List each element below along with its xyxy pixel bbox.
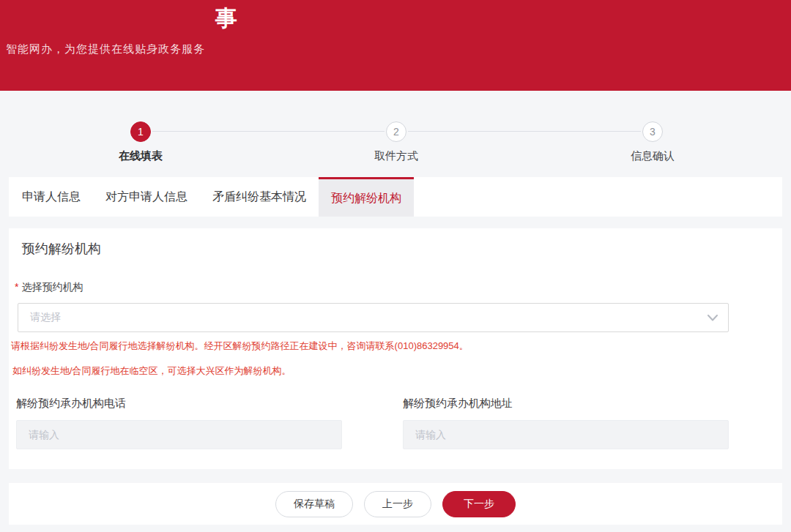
- required-asterisk: *: [15, 281, 18, 293]
- note-select-org: 请根据纠纷发生地/合同履行地选择解纷机构。经开区解纷预约路径正在建设中，咨询请联…: [11, 340, 469, 353]
- select-placeholder: 请选择: [30, 311, 708, 324]
- action-bar: 保存草稿 上一步 下一步: [9, 483, 782, 525]
- header-slogan: 智能网办，为您提供在线贴身政务服务: [6, 42, 205, 56]
- step-1-circle: 1: [130, 121, 151, 142]
- note-linkong-district: 如纠纷发生地/合同履行地在临空区，可选择大兴区作为解纷机构。: [12, 364, 291, 378]
- phone-label: 解纷预约承办机构电话: [16, 397, 126, 411]
- logo-glyph: 事: [215, 4, 237, 32]
- section-title: 预约解纷机构: [22, 240, 101, 258]
- address-label: 解纷预约承办机构地址: [403, 397, 513, 411]
- tab-counterparty-info[interactable]: 对方申请人信息: [93, 177, 200, 217]
- form-panel: 预约解纷机构 *选择预约机构 请选择 请根据纠纷发生地/合同履行地选择解纷机构。…: [9, 228, 782, 469]
- step-2-label: 取件方式: [374, 149, 418, 163]
- stepper: 1 2 3 在线填表 取件方式 信息确认: [0, 91, 791, 177]
- select-org-label-text: 选择预约机构: [21, 281, 83, 293]
- save-draft-button[interactable]: 保存草稿: [275, 491, 353, 517]
- step-3-circle: 3: [642, 121, 663, 142]
- site-header: 事 智能网办，为您提供在线贴身政务服务: [0, 0, 791, 91]
- step-3-label: 信息确认: [631, 149, 675, 163]
- next-step-button[interactable]: 下一步: [442, 491, 516, 517]
- address-input[interactable]: [403, 420, 729, 449]
- step-1-label: 在线填表: [119, 149, 163, 163]
- stepper-connector-2: [408, 131, 641, 132]
- phone-input[interactable]: [16, 420, 342, 449]
- tab-bar: 申请人信息 对方申请人信息 矛盾纠纷基本情况 预约解纷机构: [9, 177, 782, 217]
- tab-applicant-info[interactable]: 申请人信息: [10, 177, 93, 217]
- tab-dispute-basic-info[interactable]: 矛盾纠纷基本情况: [200, 177, 319, 217]
- select-org-label: *选择预约机构: [15, 281, 83, 294]
- step-2-circle: 2: [386, 121, 406, 142]
- chevron-down-icon: [708, 315, 718, 321]
- tab-reserve-mediation-org[interactable]: 预约解纷机构: [319, 177, 414, 217]
- select-org-dropdown[interactable]: 请选择: [18, 303, 729, 332]
- stepper-connector-1: [152, 131, 385, 132]
- page: 事 智能网办，为您提供在线贴身政务服务 1 2 3 在线填表 取件方式 信息确认…: [0, 0, 791, 532]
- prev-step-button[interactable]: 上一步: [364, 491, 431, 517]
